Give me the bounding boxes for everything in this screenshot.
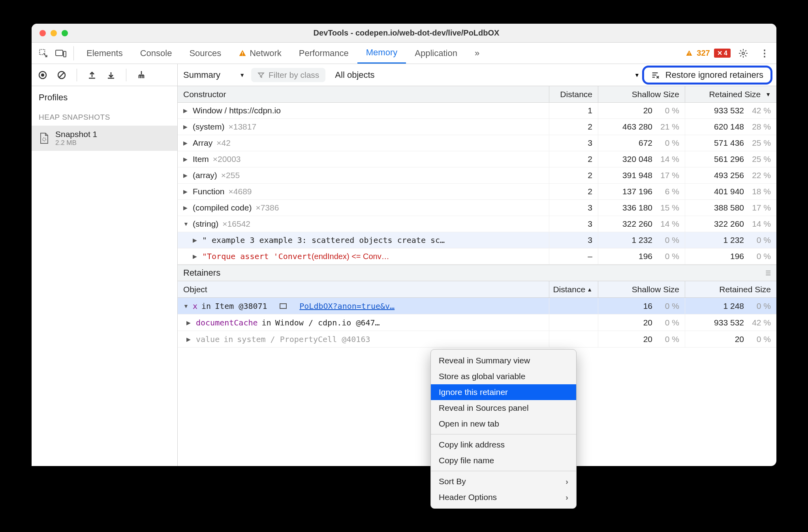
col-shallow[interactable]: Shallow Size [598,86,685,102]
svg-line-11 [59,73,64,77]
devtools-window: DevTools - codepen.io/web-dot-dev/live/P… [32,24,776,466]
table-row[interactable]: ▶" example 3 example 3: scattered object… [178,232,776,248]
context-menu-item[interactable]: Reveal in Summary view [431,353,576,368]
close-window[interactable] [39,30,46,36]
kebab-icon[interactable]: ⋮ [758,47,771,60]
minimize-window[interactable] [51,30,57,36]
col-distance-ret[interactable]: Distance▲ [549,281,598,297]
col-constructor[interactable]: Constructor [178,86,549,102]
filter-icon [257,71,265,79]
table-row[interactable]: ▶Array ×42 3 6720 % 571 43625 % [178,135,776,151]
svg-rect-2 [64,51,66,57]
clear-icon[interactable] [55,69,68,81]
col-shallow-ret[interactable]: Shallow Size [598,281,685,297]
context-menu: Reveal in Summary viewStore as global va… [430,349,577,509]
profiles-header: Profiles [32,86,177,109]
table-row[interactable]: ▶"Torque assert 'Convert(endIndex) <= Co… [178,248,776,265]
table-row[interactable]: ▶(system) ×13817 2 463 28021 % 620 14828… [178,119,776,135]
svg-point-7 [742,52,744,55]
memory-toolbar: Summary▼ Filter by class All objects ▼ R… [178,64,776,86]
tab-more[interactable]: » [466,43,488,64]
context-menu-item[interactable]: Open in new tab [431,416,576,432]
tab-sources[interactable]: Sources [180,43,230,64]
table-row[interactable]: ▶(array) ×255 2 391 94817 % 493 25622 % [178,167,776,184]
window-controls [39,30,68,36]
tab-application[interactable]: Application [406,43,466,64]
download-icon[interactable] [105,69,117,81]
snapshot-item[interactable]: Snapshot 1 2.2 MB [32,126,177,151]
col-retained[interactable]: Retained Size▼ [685,86,776,102]
all-objects-dropdown[interactable]: All objects [335,70,374,80]
svg-rect-4 [242,55,243,55]
table-row[interactable]: ▶Item ×20003 2 320 04814 % 561 29625 % [178,151,776,167]
retainer-row[interactable]: ▶documentCache in Window / cdpn.io @647…… [178,314,776,331]
context-menu-item[interactable]: Store as global variable [431,368,576,384]
svg-rect-5 [689,52,690,54]
panel-tabbar: Elements Console Sources Network Perform… [32,43,776,64]
errors-badge[interactable]: ✕ 4 [714,49,731,58]
titlebar: DevTools - codepen.io/web-dot-dev/live/P… [32,24,776,43]
table-row[interactable]: ▶Window / https://cdpn.io 1 200 % 933 53… [178,103,776,119]
constructor-table-header: Constructor Distance Shallow Size Retain… [178,86,776,103]
view-dropdown[interactable]: Summary▼ [183,70,245,80]
table-row[interactable]: ▶Function ×4689 2 137 1966 % 401 94018 % [178,184,776,200]
snapshot-name: Snapshot 1 [55,130,97,139]
svg-point-9 [41,73,44,77]
retainer-row[interactable]: ▶value in system / PropertyCell @40163 2… [178,331,776,348]
warnings-count[interactable]: 327 [697,49,710,58]
device-icon[interactable] [54,47,67,60]
upload-icon[interactable] [86,69,98,81]
tab-memory[interactable]: Memory [357,43,406,64]
tab-performance[interactable]: Performance [290,43,357,64]
restore-ignored-retainers[interactable]: Restore ignored retainers [642,66,772,85]
svg-rect-6 [689,55,690,55]
sidebar-toolbar [32,64,177,86]
window-title: DevTools - codepen.io/web-dot-dev/live/P… [68,28,745,38]
context-menu-item[interactable]: Header Options› [431,489,576,505]
warning-icon [686,50,693,57]
col-object[interactable]: Object [178,281,549,297]
warning-icon [239,49,246,57]
table-row[interactable]: ▶(compiled code) ×7386 3 336 18015 % 388… [178,200,776,216]
filter-placeholder: Filter by class [269,70,319,80]
snapshot-icon [39,133,50,144]
heap-snapshots-label: HEAP SNAPSHOTS [32,109,177,126]
context-menu-item[interactable]: Copy file name [431,453,576,468]
profiles-sidebar: Profiles HEAP SNAPSHOTS Snapshot 1 2.2 M… [32,64,178,466]
retainer-row[interactable]: ▼x in Item @38071 PoLdbOX?anon=true&v… 1… [178,298,776,314]
snapshot-size: 2.2 MB [55,139,97,147]
tab-elements[interactable]: Elements [78,43,132,64]
retainers-header: Retainers ☰ [178,265,776,281]
restore-icon [651,71,660,79]
svg-point-12 [43,138,46,141]
retainers-table-header: Object Distance▲ Shallow Size Retained S… [178,281,776,298]
tab-network[interactable]: Network [230,43,290,64]
tab-console[interactable]: Console [132,43,181,64]
table-row[interactable]: ▼(string) ×16542 3 322 26014 % 322 26014… [178,216,776,232]
context-menu-item[interactable]: Ignore this retainer [431,384,576,400]
filter-input[interactable]: Filter by class [251,68,325,82]
gear-icon[interactable] [737,47,750,60]
svg-rect-1 [56,50,63,56]
svg-rect-3 [242,52,243,54]
context-menu-item[interactable]: Reveal in Sources panel [431,400,576,416]
record-icon[interactable] [36,69,49,81]
col-distance[interactable]: Distance [549,86,598,102]
file-icon [280,303,287,309]
retainers-menu-icon[interactable]: ☰ [765,269,771,277]
zoom-window[interactable] [62,30,68,36]
context-menu-item[interactable]: Sort By› [431,474,576,489]
col-retained-ret[interactable]: Retained Size [685,281,776,297]
inspect-icon[interactable] [37,47,50,60]
context-menu-item[interactable]: Copy link address [431,437,576,453]
sweep-icon[interactable] [135,69,148,81]
